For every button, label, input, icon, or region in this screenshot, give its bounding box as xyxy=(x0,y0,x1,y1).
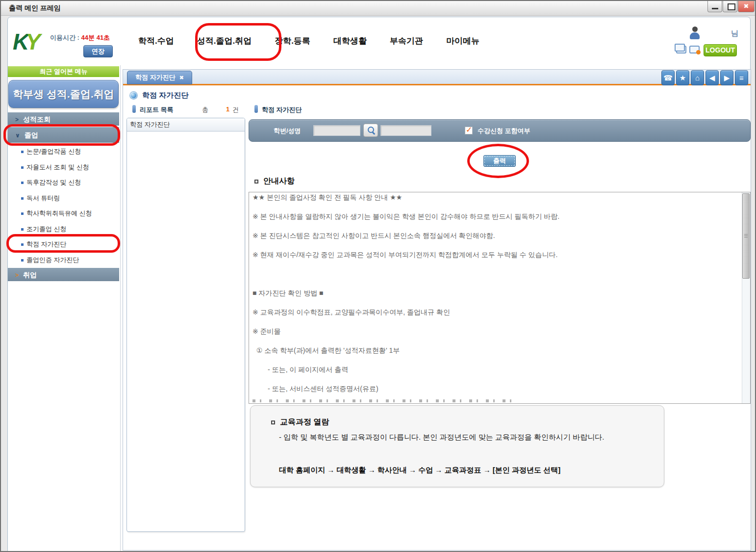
logout-button[interactable]: LOGOUT xyxy=(704,44,737,56)
report-list-label: 리포트 목록 xyxy=(140,105,174,114)
notice-line: - 또는, 서비스센터 성적증명서(유료) xyxy=(252,379,728,398)
sidebar-item-graduation-cert-check[interactable]: 졸업인증 자가진단 xyxy=(8,252,119,268)
arrow-left-icon[interactable]: ◀ xyxy=(706,70,719,85)
session-time: 이용시간 : 44분 41초 xyxy=(50,33,110,42)
notice-line: ※ 현재 재이수/재수강 중인 교과목은 성적이 부여되기전까지 학점합계에서 … xyxy=(252,245,728,264)
chevron-down-icon: ∨ xyxy=(15,128,20,144)
tab-strip xyxy=(123,70,751,84)
chevron-right-icon: > xyxy=(15,113,19,127)
square-bullet-icon xyxy=(271,421,275,424)
sidebar-item-free-books[interactable]: 자율도서 조회 및 신청 xyxy=(8,159,119,175)
nav-item-haksuk[interactable]: 학적.수업 xyxy=(138,35,174,47)
scrollbar-thumb[interactable] xyxy=(742,193,750,279)
student-id-input[interactable] xyxy=(313,125,360,136)
tab-credit-self-check[interactable]: 학점 자가진단✖ xyxy=(127,71,192,84)
user-icon xyxy=(689,26,700,40)
search-icon xyxy=(368,127,375,133)
menu-list-icon[interactable]: ≡ xyxy=(735,70,748,85)
notice-line: ※ 본 진단시스템은 참고적인 사항이고 반드시 본인소속 행정실에서 확인해야… xyxy=(252,226,728,245)
sidebar-section-graduation[interactable]: ∨졸업 xyxy=(8,127,119,143)
session-remaining: 44분 41초 xyxy=(81,34,110,41)
nav-item-campus-life[interactable]: 대학생활 xyxy=(333,35,367,47)
sidebar-title: 학부생 성적.졸업.취업 xyxy=(8,80,119,108)
session-label: 이용시간 : xyxy=(50,34,79,41)
page-title: 학점 자가진단 xyxy=(142,91,188,100)
section-pill-icon xyxy=(132,105,136,113)
nav-item-grades-graduation[interactable]: 성적.졸업.취업 xyxy=(197,35,252,47)
tab-strip-accent-line xyxy=(123,84,751,85)
notice-section-header: 안내사항 xyxy=(254,176,295,186)
clipped-text-line xyxy=(252,399,512,402)
windows-icon[interactable] xyxy=(676,46,686,53)
panel-title: 학점 자가진단 xyxy=(262,105,302,114)
arrow-right-icon[interactable]: ▶ xyxy=(720,70,733,85)
total-label: 총 xyxy=(202,105,208,114)
recent-menu-header: 최근 열어본 메뉴 xyxy=(8,66,119,77)
notice-text: ★★ 본인의 졸업사정 확인 전 필독 사항 안내 ★★ ※ 본 안내사항을 열… xyxy=(252,188,728,398)
notice-line: ■ 자가진단 확인 방법 ■ xyxy=(252,284,728,303)
phone-icon[interactable]: ☎ xyxy=(661,70,675,85)
home-icon[interactable]: ⌂ xyxy=(691,70,704,85)
include-enrollment-checkbox[interactable]: ✓ xyxy=(465,127,473,134)
top-nav: 학적.수업 성적.졸업.취업 장학.등록 대학생활 부속기관 마이메뉴 xyxy=(138,35,479,47)
curriculum-section-header: 교육과정 열람 xyxy=(271,417,329,427)
sidebar-item-degree-deferral[interactable]: 학사학위취득유예 신청 xyxy=(8,206,119,221)
notice-line: ※ 교육과정의 이수학점표, 교양필수과목이수여부, 졸업내규 확인 xyxy=(252,303,728,322)
extend-session-button[interactable]: 연장 xyxy=(83,45,113,57)
sidebar-item-early-graduation[interactable]: 조기졸업 신청 xyxy=(8,221,119,237)
square-bullet-icon xyxy=(254,180,258,184)
notice-line: ① 소속 학부(과)에서 출력한 '성적자료현황' 1부 xyxy=(252,341,728,360)
curriculum-description: - 입학 및 복학년도 별 교육과정이 다릅니다. 본인 과정년도에 맞는 교육… xyxy=(279,433,604,442)
report-count: 1 xyxy=(226,105,229,113)
popup-window-icon[interactable] xyxy=(689,46,700,53)
notice-heading: 안내사항 xyxy=(263,176,295,186)
notice-line: ★★ 본인의 졸업사정 확인 전 필독 사항 안내 ★★ xyxy=(252,188,728,207)
section-pill-icon xyxy=(254,105,258,113)
curriculum-heading: 교육과정 열람 xyxy=(280,417,329,427)
student-id-name-label: 학번/성명 xyxy=(274,127,301,135)
notice-line xyxy=(252,264,728,284)
chevron-right-icon: > xyxy=(15,268,19,282)
tab-close-icon[interactable]: ✖ xyxy=(179,75,184,80)
curriculum-path: 대학 홈페이지 → 대학생활 → 학사안내 → 수업 → 교육과정표 → [본인… xyxy=(279,466,560,475)
minimize-button[interactable] xyxy=(707,1,722,12)
notice-line: - 또는, 이 페이지에서 출력 xyxy=(252,360,728,379)
sidebar-item-thesis[interactable]: 논문/졸업작품 신청 xyxy=(8,144,119,159)
close-icon: ✖ xyxy=(744,2,749,10)
maximize-button[interactable] xyxy=(723,1,737,12)
nav-item-mymenu[interactable]: 마이메뉴 xyxy=(446,35,479,47)
sidebar-item-reading-tutoring[interactable]: 독서 튜터링 xyxy=(8,190,119,206)
student-name-input[interactable] xyxy=(380,125,431,136)
sidebar-section-employment[interactable]: >취업 xyxy=(8,268,119,282)
star-icon[interactable]: ★ xyxy=(676,70,689,85)
include-enrollment-label: 수강신청 포함여부 xyxy=(478,127,530,135)
user-name-suffix: 님 xyxy=(731,29,738,38)
title-bar: 출력 메인 프레임 xyxy=(1,1,755,16)
search-button[interactable] xyxy=(363,124,378,137)
sidebar-item-credit-self-check[interactable]: 학점 자가진단 xyxy=(8,237,119,252)
university-logo: KY xyxy=(13,28,37,55)
quick-toolbar: ☎ ★ ⌂ ◀ ▶ ≡ xyxy=(661,70,748,85)
notice-line: ※ 준비물 xyxy=(252,322,728,341)
close-button[interactable]: ✖ xyxy=(738,1,755,12)
check-icon: ✓ xyxy=(466,125,472,134)
notice-line: ※ 본 안내사항을 열람하지 않아 생기는 불이익은 학생 본인이 감수해야 하… xyxy=(252,207,728,226)
app-window: 출력 메인 프레임 ✖ KY 이용시간 : 44분 41초 연장 학적.수업 성… xyxy=(0,0,756,552)
report-list-panel: 학점 자가진단 xyxy=(126,118,245,532)
sidebar-item-book-report[interactable]: 독후감작성 및 신청 xyxy=(8,175,119,190)
count-unit: 건 xyxy=(232,105,239,114)
sidebar-graduation-submenu: 논문/졸업작품 신청 자율도서 조회 및 신청 독후감작성 및 신청 독서 튜터… xyxy=(8,144,119,267)
report-list-item[interactable]: 학점 자가진단 xyxy=(127,118,245,131)
sidebar-section-grades[interactable]: >성적조회 xyxy=(8,112,119,126)
print-button[interactable]: 출력 xyxy=(483,155,516,167)
bullet-target-icon xyxy=(130,92,137,99)
nav-item-facilities[interactable]: 부속기관 xyxy=(390,35,423,47)
page-header: 학점 자가진단 xyxy=(130,91,188,100)
window-title: 출력 메인 프레임 xyxy=(9,4,61,13)
nav-item-scholarship[interactable]: 장학.등록 xyxy=(275,35,310,47)
sidebar-divider xyxy=(120,65,121,552)
